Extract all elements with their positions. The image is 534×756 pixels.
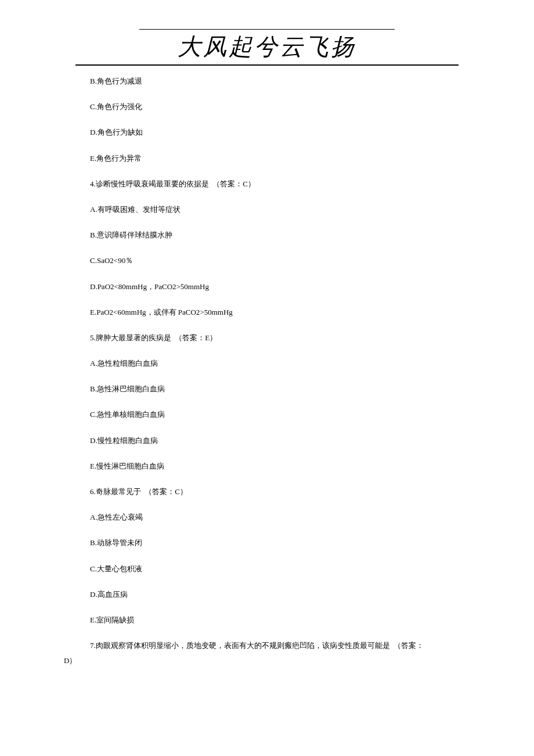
q4-option-b: B.意识障碍伴球结膜水肿 <box>90 230 470 240</box>
q4-option-e: E.PaO2<60mmHg，或伴有 PaCO2>50mmHg <box>90 307 470 318</box>
q4-option-c: C.SaO2<90％ <box>90 255 470 266</box>
q4-option-d: D.PaO2<80mmHg，PaCO2>50mmHg <box>90 282 470 292</box>
q5-option-e: E.慢性淋巴细胞白血病 <box>90 461 470 471</box>
q4-stem: 4.诊断慢性呼吸衰竭最重要的依据是 （答案：C） <box>90 179 470 189</box>
document-page: 大风起兮云飞扬 B.角色行为减退 C.角色行为强化 D.角色行为缺如 E.角色行… <box>0 0 534 728</box>
header-rule-top <box>139 29 395 30</box>
q6-option-e: E.室间隔缺损 <box>90 615 470 625</box>
q6-stem: 6.奇脉最常见于 （答案：C） <box>90 487 470 497</box>
q3-option-e: E.角色行为异常 <box>90 153 470 164</box>
q6-option-a: A.急性左心衰竭 <box>90 512 470 523</box>
q7-stem-line2: D） <box>64 656 470 666</box>
q6-option-b: B.动脉导管未闭 <box>90 538 470 548</box>
q5-option-d: D.慢性粒细胞白血病 <box>90 435 470 446</box>
q5-option-a: A.急性粒细胞白血病 <box>90 358 470 369</box>
q6-option-d: D.高血压病 <box>90 589 470 600</box>
header-rule-bottom <box>75 64 459 66</box>
q7-stem-line1: 7.肉眼观察肾体积明显缩小，质地变硬，表面有大的不规则瘢疤凹陷，该病变性质最可能… <box>64 640 470 651</box>
q5-stem: 5.脾肿大最显著的疾病是 （答案：E） <box>90 333 470 343</box>
q5-option-c: C.急性单核细胞白血病 <box>90 409 470 420</box>
q3-option-d: D.角色行为缺如 <box>90 127 470 138</box>
q4-option-a: A.有呼吸困难、发绀等症状 <box>90 204 470 215</box>
q5-option-b: B.急性淋巴细胞白血病 <box>90 384 470 394</box>
page-title: 大风起兮云飞扬 <box>178 34 356 60</box>
q3-option-b: B.角色行为减退 <box>90 76 470 87</box>
q3-option-c: C.角色行为强化 <box>90 102 470 112</box>
q6-option-c: C.大量心包积液 <box>90 564 470 574</box>
header-title-row: 大风起兮云飞扬 <box>64 31 470 63</box>
